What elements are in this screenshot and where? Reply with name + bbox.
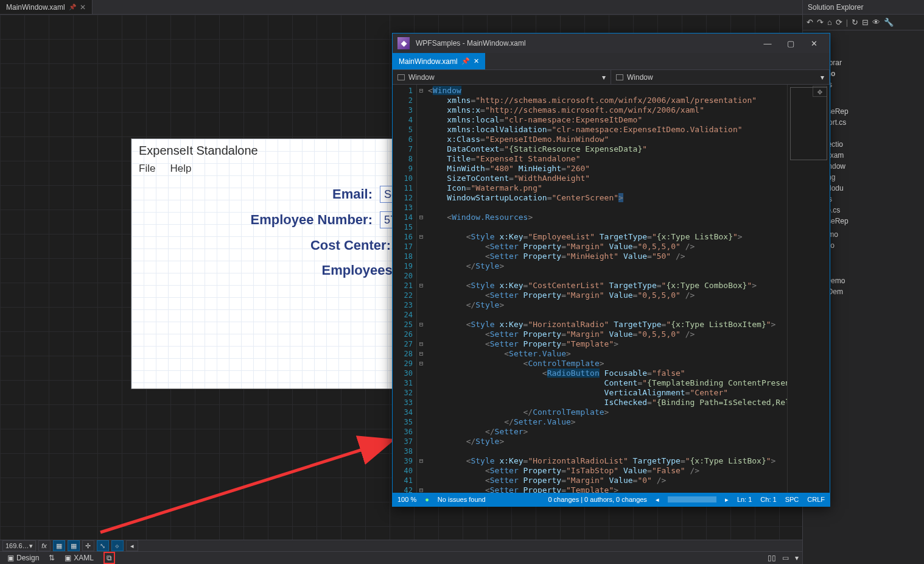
split-horizontal-icon[interactable]: ▭	[782, 554, 789, 562]
employees-label: Employees:	[322, 263, 397, 278]
code-editor[interactable]: 1234567891011121314151617181920212223242…	[393, 85, 830, 493]
fold-column[interactable]: ⊟⊟⊟⊟⊟⊟⊟⊟⊟⊟⊟	[417, 85, 425, 493]
breadcrumb-left[interactable]: Window ▾	[393, 70, 611, 84]
grid-button[interactable]: ▦	[68, 540, 80, 551]
floating-document-tab-label: MainWindow.xaml	[399, 57, 458, 66]
close-icon[interactable]: ✕	[80, 3, 86, 12]
swap-panes-icon[interactable]: ⇅	[49, 554, 55, 562]
employee-number-label: Employee Number:	[251, 212, 373, 228]
floating-document-tab[interactable]: MainWindow.xaml 📌 ✕	[393, 53, 485, 69]
zoom-combo[interactable]: 169.6… ▾	[2, 540, 36, 551]
changes-status: 0 changes | 0 authors, 0 changes	[548, 496, 646, 503]
h-scrollbar[interactable]	[668, 496, 716, 502]
designer-bottom-bar: 169.6… ▾ fx ▦ ▦ ✢ ⤡ ⟐ ◂ ▣ Design ⇅ ▣ XAM…	[0, 540, 802, 564]
menu-help[interactable]: Help	[170, 163, 191, 175]
fx-button[interactable]: fx	[38, 540, 51, 551]
document-tab[interactable]: MainWindow.xaml 📌 ✕	[0, 0, 93, 14]
element-icon	[397, 74, 405, 80]
home-icon[interactable]: ⌂	[827, 18, 832, 27]
design-pane-button[interactable]: ▣ Design	[4, 552, 43, 563]
minimize-button[interactable]: —	[757, 36, 779, 51]
xaml-pane-button[interactable]: ▣ XAML	[61, 552, 97, 563]
refresh-icon[interactable]: ↻	[852, 18, 858, 27]
pin-icon[interactable]: 📌	[461, 57, 470, 65]
col-indicator: Ch: 1	[760, 496, 776, 503]
close-icon[interactable]: ✕	[474, 57, 479, 65]
pin-icon[interactable]: 📌	[69, 4, 76, 10]
maximize-button[interactable]: ▢	[780, 36, 802, 51]
collapse-all-icon[interactable]: ⊟	[862, 18, 869, 27]
snap-lines-button[interactable]: ✢	[82, 540, 94, 551]
toggle-button-1[interactable]: ⤡	[97, 540, 109, 551]
scroll-left-icon[interactable]: ◂	[126, 540, 138, 551]
window-title: ExpenseIt Standalone	[131, 139, 424, 160]
line-number-gutter: 1234567891011121314151617181920212223242…	[393, 85, 417, 493]
back-icon[interactable]: ↶	[807, 18, 813, 27]
code-content[interactable]: <Window xmlns="http://schemas.microsoft.…	[425, 85, 787, 493]
editor-status-bar: 100 % ● No issues found 0 changes | 0 au…	[393, 493, 830, 506]
collapse-pane-icon[interactable]: ▾	[795, 554, 799, 562]
properties-icon[interactable]: 🔧	[884, 18, 894, 27]
cost-center-label: Cost Center:	[310, 238, 391, 253]
grid-snap-button[interactable]: ▦	[53, 540, 65, 551]
floating-window-title: WPFSamples - MainWindow.xaml	[416, 39, 757, 48]
line-indicator: Ln: 1	[737, 496, 752, 503]
close-button[interactable]: ✕	[803, 36, 825, 51]
minimap[interactable]: ✥	[787, 85, 830, 493]
design-window[interactable]: ExpenseIt Standalone File Help Email: Em…	[131, 139, 424, 389]
email-label: Email:	[332, 186, 373, 202]
solution-explorer-toolbar: ↶ ↷ ⌂ ⟳ | ↻ ⊟ 👁 🔧	[803, 15, 924, 30]
spaces-indicator[interactable]: SPC	[785, 496, 799, 503]
scroll-left-icon[interactable]: ◂	[656, 496, 659, 504]
floating-titlebar[interactable]: ◆ WPFSamples - MainWindow.xaml — ▢ ✕	[393, 33, 830, 53]
issues-status[interactable]: No issues found	[438, 496, 486, 503]
floating-xaml-window: ◆ WPFSamples - MainWindow.xaml — ▢ ✕ Mai…	[392, 33, 830, 507]
menu-file[interactable]: File	[139, 163, 155, 175]
window-menu: File Help	[131, 160, 424, 180]
scroll-right-icon[interactable]: ▸	[725, 496, 729, 504]
document-tab-well: MainWindow.xaml 📌 ✕ ▾	[0, 0, 924, 15]
forward-icon[interactable]: ↷	[817, 18, 824, 27]
lineending-indicator[interactable]: CRLF	[807, 496, 825, 503]
breadcrumb-right[interactable]: Window ▾	[611, 70, 830, 84]
document-tab-label: MainWindow.xaml	[6, 3, 65, 12]
vs-logo-icon: ◆	[397, 37, 410, 49]
solution-explorer-title: Solution Explorer	[803, 0, 924, 15]
popout-xaml-icon[interactable]: ⧉	[103, 552, 115, 564]
element-icon	[616, 74, 623, 80]
sync-icon[interactable]: ⟳	[836, 18, 842, 27]
show-all-icon[interactable]: 👁	[872, 18, 880, 27]
toggle-button-2[interactable]: ⟐	[111, 540, 124, 551]
zoom-level[interactable]: 100 %	[397, 496, 416, 503]
split-vertical-icon[interactable]: ▯▯	[768, 554, 776, 562]
